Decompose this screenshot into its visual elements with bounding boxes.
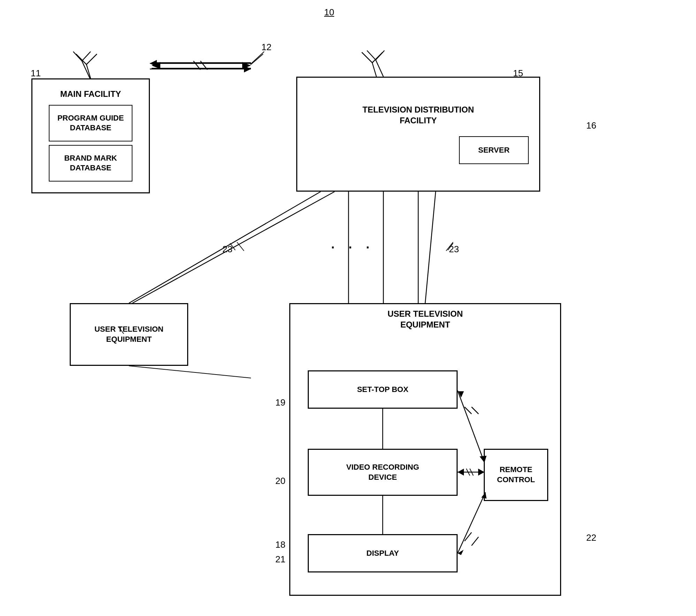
tv-dist-facility-label: TELEVISION DISTRIBUTIONFACILITY [362, 104, 474, 126]
ref-23b: 23 [449, 244, 459, 255]
svg-line-44 [466, 469, 470, 476]
main-facility-box: MAIN FACILITY PROGRAM GUIDEDATABASE BRAN… [31, 78, 150, 193]
svg-line-56 [372, 52, 383, 63]
svg-line-38 [472, 407, 479, 414]
ref-16: 16 [586, 120, 596, 131]
svg-line-37 [465, 407, 472, 414]
svg-line-0 [82, 61, 90, 78]
tv-dist-facility-box: TELEVISION DISTRIBUTIONFACILITY SERVER [296, 77, 540, 192]
remote-control-label: REMOTECONTROL [497, 465, 535, 485]
svg-line-35 [458, 390, 484, 449]
svg-line-52 [76, 54, 86, 64]
svg-line-14 [237, 242, 244, 251]
ref-19: 19 [275, 397, 285, 408]
set-top-box-label: SET-TOP BOX [357, 385, 408, 395]
svg-line-5 [376, 51, 384, 60]
video-recording-box: VIDEO RECORDINGDEVICE [308, 449, 458, 496]
svg-line-62 [200, 61, 207, 70]
brand-mark-db-box: BRAND MARKDATABASE [49, 145, 132, 182]
svg-marker-59 [152, 62, 160, 69]
svg-line-1 [73, 52, 82, 61]
remote-control-box: REMOTECONTROL [484, 449, 548, 501]
ref-23a: 23 [222, 244, 232, 255]
svg-line-45 [470, 469, 473, 476]
svg-line-4 [367, 51, 376, 60]
program-guide-db-box: PROGRAM GUIDEDATABASE [49, 105, 132, 141]
user-tv-equip-left-label: USER TELEVISIONEQUIPMENT [94, 324, 163, 344]
ref-22: 22 [586, 532, 596, 543]
user-tv-equip-right-label: USER TELEVISIONEQUIPMENT [388, 308, 463, 330]
display-box: DISPLAY [308, 534, 458, 572]
svg-line-65 [425, 192, 436, 303]
ref-21: 21 [275, 554, 285, 565]
svg-marker-7 [150, 60, 157, 67]
svg-marker-39 [458, 391, 464, 398]
video-recording-label: VIDEO RECORDINGDEVICE [346, 462, 419, 482]
svg-line-54 [372, 63, 376, 77]
program-guide-db-label: PROGRAM GUIDEDATABASE [58, 113, 124, 133]
set-top-box: SET-TOP BOX [308, 370, 458, 409]
svg-line-36 [458, 391, 484, 463]
svg-line-2 [82, 52, 91, 61]
main-facility-label: MAIN FACILITY [60, 88, 121, 99]
user-tv-equip-left-box: USER TELEVISIONEQUIPMENT [70, 303, 188, 366]
svg-line-46 [458, 492, 485, 553]
svg-line-3 [376, 60, 383, 77]
server-label: SERVER [478, 145, 510, 155]
svg-line-48 [472, 537, 479, 546]
server-box: SERVER [459, 136, 529, 164]
ref-20: 20 [275, 476, 285, 486]
ref-12: 12 [261, 42, 271, 53]
svg-line-10 [251, 54, 263, 64]
svg-marker-60 [242, 62, 251, 69]
svg-line-47 [465, 532, 472, 541]
diagram-container: 10 11 12 13 14 15 16 18 18 19 20 21 22 2… [0, 0, 696, 616]
ref-18b: 18 [275, 539, 285, 550]
svg-marker-42 [458, 469, 464, 476]
dots: · · · [331, 240, 375, 255]
user-tv-equip-right-box: USER TELEVISIONEQUIPMENT SET-TOP BOX VID… [289, 303, 561, 596]
antenna-right [367, 51, 384, 77]
svg-line-63 [250, 52, 264, 64]
svg-marker-9 [244, 66, 251, 72]
svg-line-53 [86, 54, 97, 64]
ref-10: 10 [324, 7, 334, 18]
svg-line-64 [132, 192, 335, 303]
ref-11: 11 [31, 68, 41, 79]
svg-marker-49 [458, 550, 464, 555]
display-label: DISPLAY [366, 548, 399, 559]
brand-mark-db-label: BRAND MARKDATABASE [64, 153, 117, 173]
svg-line-32 [129, 366, 251, 378]
svg-line-61 [193, 61, 200, 70]
svg-line-55 [362, 52, 372, 63]
svg-line-51 [86, 64, 91, 78]
antenna-left [73, 52, 91, 78]
